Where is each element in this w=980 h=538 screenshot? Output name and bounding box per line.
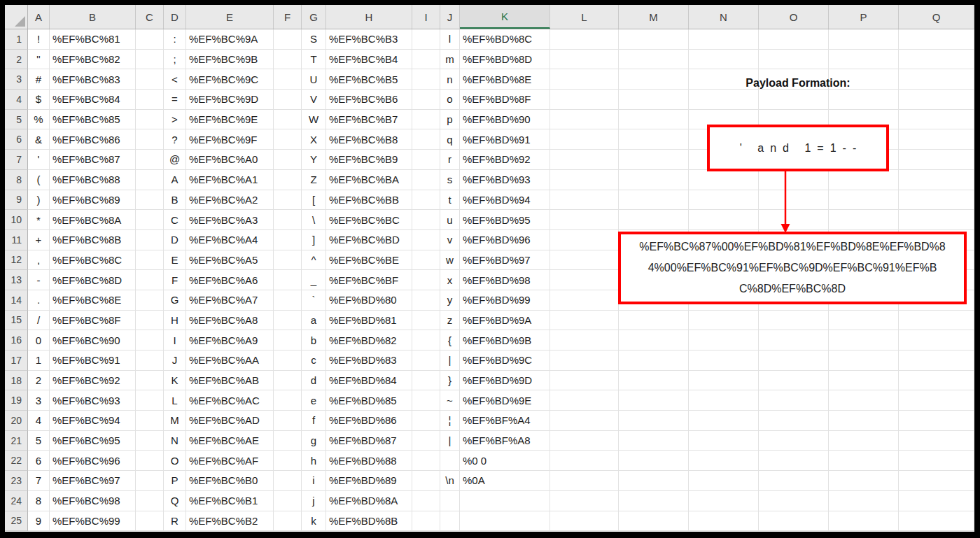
row-header-11[interactable]: 11 bbox=[5, 230, 28, 250]
cell-I5[interactable] bbox=[412, 110, 440, 130]
cell-E2[interactable]: %EF%BC%9B bbox=[186, 50, 274, 70]
cell-N19[interactable] bbox=[689, 390, 759, 411]
cell-B22[interactable]: %EF%BC%96 bbox=[50, 451, 136, 471]
cell-H12[interactable]: %EF%BC%BE bbox=[326, 250, 412, 271]
row-header-17[interactable]: 17 bbox=[5, 351, 28, 371]
cell-I15[interactable] bbox=[412, 311, 440, 331]
cell-E6[interactable]: %EF%BC%9F bbox=[186, 129, 274, 150]
cell-F4[interactable] bbox=[274, 90, 302, 110]
cell-N4[interactable] bbox=[689, 90, 759, 110]
cell-G10[interactable]: \ bbox=[302, 210, 326, 230]
cell-P16[interactable] bbox=[829, 330, 899, 351]
cell-A10[interactable]: * bbox=[28, 210, 50, 230]
cell-I12[interactable] bbox=[412, 250, 440, 271]
cell-O4[interactable] bbox=[759, 90, 829, 110]
cell-D7[interactable]: @ bbox=[164, 150, 186, 170]
cell-B16[interactable]: %EF%BC%90 bbox=[50, 330, 136, 351]
cell-E14[interactable]: %EF%BC%A7 bbox=[186, 290, 274, 311]
cell-K2[interactable]: %EF%BD%8D bbox=[460, 50, 550, 70]
cell-G22[interactable]: h bbox=[302, 451, 326, 471]
cell-N25[interactable] bbox=[689, 511, 759, 532]
cell-F12[interactable] bbox=[274, 250, 302, 271]
row-header-23[interactable]: 23 bbox=[5, 471, 28, 491]
cell-K7[interactable]: %EF%BD%92 bbox=[460, 150, 550, 170]
column-header-Q[interactable]: Q bbox=[899, 5, 974, 29]
cell-B6[interactable]: %EF%BC%86 bbox=[50, 129, 136, 150]
cell-I24[interactable] bbox=[412, 491, 440, 511]
cell-G16[interactable]: b bbox=[302, 330, 326, 351]
cell-N2[interactable] bbox=[689, 50, 759, 70]
column-header-M[interactable]: M bbox=[619, 5, 689, 29]
cell-A8[interactable]: ( bbox=[28, 170, 50, 190]
cell-N22[interactable] bbox=[689, 451, 759, 471]
cell-N24[interactable] bbox=[689, 491, 759, 511]
cell-I14[interactable] bbox=[412, 290, 440, 311]
cell-Q19[interactable] bbox=[899, 390, 974, 411]
cell-H9[interactable]: %EF%BC%BB bbox=[326, 190, 412, 211]
cell-L9[interactable] bbox=[550, 190, 619, 211]
cell-B20[interactable]: %EF%BC%94 bbox=[50, 411, 136, 431]
cell-C14[interactable] bbox=[136, 290, 164, 311]
cell-F1[interactable] bbox=[274, 29, 302, 50]
cell-C10[interactable] bbox=[136, 210, 164, 230]
cell-E1[interactable]: %EF%BC%9A bbox=[186, 29, 274, 50]
cell-D8[interactable]: A bbox=[164, 170, 186, 190]
cell-I16[interactable] bbox=[412, 330, 440, 351]
cell-C6[interactable] bbox=[136, 129, 164, 150]
cell-C4[interactable] bbox=[136, 90, 164, 110]
cell-E4[interactable]: %EF%BC%9D bbox=[186, 90, 274, 110]
cell-J10[interactable]: u bbox=[440, 210, 460, 230]
cell-C15[interactable] bbox=[136, 311, 164, 331]
cell-K25[interactable] bbox=[460, 511, 550, 532]
cell-F17[interactable] bbox=[274, 351, 302, 371]
cell-B24[interactable]: %EF%BC%98 bbox=[50, 491, 136, 511]
column-header-H[interactable]: H bbox=[326, 5, 412, 29]
cell-P4[interactable] bbox=[829, 90, 899, 110]
cell-I4[interactable] bbox=[412, 90, 440, 110]
cell-E17[interactable]: %EF%BC%AA bbox=[186, 351, 274, 371]
cell-A14[interactable]: . bbox=[28, 290, 50, 311]
cell-G25[interactable]: k bbox=[302, 511, 326, 532]
cell-L15[interactable] bbox=[550, 311, 619, 331]
cell-J14[interactable]: y bbox=[440, 290, 460, 311]
cell-D23[interactable]: P bbox=[164, 471, 186, 491]
cell-B5[interactable]: %EF%BC%85 bbox=[50, 110, 136, 130]
row-header-1[interactable]: 1 bbox=[5, 29, 28, 50]
cell-A5[interactable]: % bbox=[28, 110, 50, 130]
cell-H2[interactable]: %EF%BC%B4 bbox=[326, 50, 412, 70]
cell-H8[interactable]: %EF%BC%BA bbox=[326, 170, 412, 190]
cell-J3[interactable]: n bbox=[440, 69, 460, 90]
cell-C22[interactable] bbox=[136, 451, 164, 471]
cell-G11[interactable]: ] bbox=[302, 230, 326, 250]
cell-J4[interactable]: o bbox=[440, 90, 460, 110]
cell-F11[interactable] bbox=[274, 230, 302, 250]
cell-M4[interactable] bbox=[619, 90, 689, 110]
row-header-15[interactable]: 15 bbox=[5, 311, 28, 331]
column-header-G[interactable]: G bbox=[302, 5, 326, 29]
cell-A18[interactable]: 2 bbox=[28, 371, 50, 391]
cell-E18[interactable]: %EF%BC%AB bbox=[186, 371, 274, 391]
cell-J19[interactable]: ~ bbox=[440, 390, 460, 411]
column-header-D[interactable]: D bbox=[164, 5, 186, 29]
cell-D25[interactable]: R bbox=[164, 511, 186, 532]
row-header-2[interactable]: 2 bbox=[5, 50, 28, 70]
cell-Q20[interactable] bbox=[899, 411, 974, 431]
cell-H22[interactable]: %EF%BD%88 bbox=[326, 451, 412, 471]
cell-E9[interactable]: %EF%BC%A2 bbox=[186, 190, 274, 211]
cell-H18[interactable]: %EF%BD%84 bbox=[326, 371, 412, 391]
cell-P17[interactable] bbox=[829, 351, 899, 371]
cell-C16[interactable] bbox=[136, 330, 164, 351]
cell-M8[interactable] bbox=[619, 170, 689, 190]
cell-E8[interactable]: %EF%BC%A1 bbox=[186, 170, 274, 190]
cell-B9[interactable]: %EF%BC%89 bbox=[50, 190, 136, 211]
cell-J6[interactable]: q bbox=[440, 129, 460, 150]
cell-L22[interactable] bbox=[550, 451, 619, 471]
cell-E20[interactable]: %EF%BC%AD bbox=[186, 411, 274, 431]
cell-H25[interactable]: %EF%BD%8B bbox=[326, 511, 412, 532]
row-header-10[interactable]: 10 bbox=[5, 210, 28, 230]
cell-B3[interactable]: %EF%BC%83 bbox=[50, 69, 136, 90]
cell-Q9[interactable] bbox=[899, 190, 974, 211]
row-header-16[interactable]: 16 bbox=[5, 330, 28, 351]
row-header-6[interactable]: 6 bbox=[5, 129, 28, 150]
cell-A17[interactable]: 1 bbox=[28, 351, 50, 371]
